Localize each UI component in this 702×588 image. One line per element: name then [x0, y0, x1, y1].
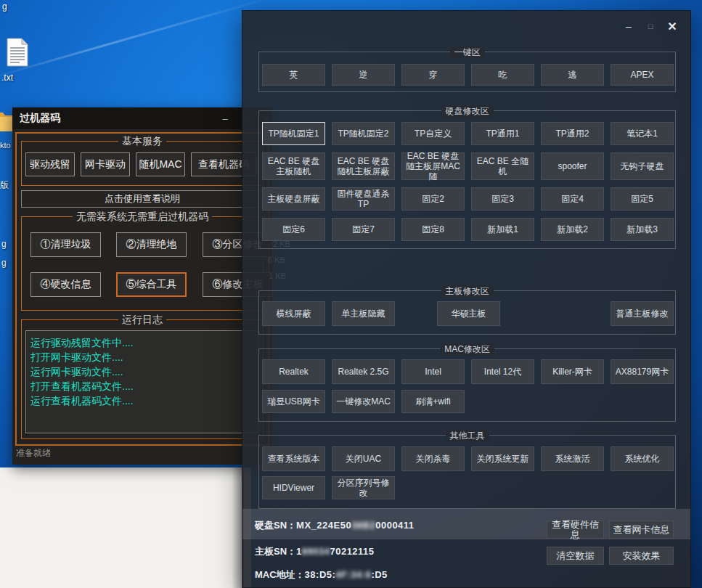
tool-button[interactable]: 固定7	[332, 218, 395, 241]
window-modifier-tool: – □ ✕ 一键区英逆穿吃逃APEX硬盘修改区TP随机固定1TP随机固定2TP自…	[242, 10, 691, 588]
group-title: 运行日志	[118, 314, 166, 327]
window-title: 过机器码	[20, 112, 60, 125]
tool-button[interactable]: 固定2	[401, 187, 465, 211]
maximize-icon[interactable]: □	[642, 18, 658, 34]
tool-button[interactable]: EAC BE 硬盘随机主板屏蔽	[332, 152, 395, 180]
service-button[interactable]: 驱动残留	[25, 152, 75, 176]
numbered-tool-button[interactable]: ①清理垃圾	[30, 232, 101, 257]
board-sn-row: 主板SN：18903470212115	[255, 545, 375, 558]
tool-button[interactable]: 查看系统版本	[262, 446, 325, 471]
desktop: g .txt kto 版 g g 过机器码 – ▫ ×	[0, 0, 702, 588]
desktop-icon-label[interactable]: 版	[0, 179, 9, 192]
info-button[interactable]: 安装效果	[609, 547, 674, 565]
tool-button[interactable]: AX88179网卡	[611, 359, 674, 384]
status-text: 准备就绪	[16, 447, 51, 460]
log-line: 打开网卡驱动文件....	[30, 350, 258, 364]
info-button[interactable]: 查看硬件信息	[547, 520, 604, 539]
tool-button[interactable]: 固定3	[471, 187, 534, 211]
tool-button[interactable]: EAC BE 全随机	[471, 152, 534, 180]
tool-button[interactable]: TP通用2	[541, 122, 604, 145]
tool-button[interactable]: 新加载2	[541, 218, 604, 241]
run-log-listbox[interactable]: 运行驱动残留文件中....打开网卡驱动文件....运行网卡驱动文件....打开查…	[25, 330, 259, 433]
tool-button[interactable]: spoofer	[541, 152, 604, 180]
tool-button[interactable]: 笔记本1	[611, 122, 674, 145]
tool-button[interactable]: 分区序列号修改	[332, 476, 395, 499]
wallpaper-light-streak	[0, 0, 279, 81]
tool-button[interactable]: 穿	[401, 64, 465, 86]
tool-button[interactable]: 瑞昱USB网卡	[262, 390, 325, 413]
board-sn-label: 主板SN：	[255, 546, 296, 557]
info-button[interactable]: 清空数据	[547, 547, 604, 565]
tool-button[interactable]: 系统激活	[541, 446, 604, 471]
tool-button[interactable]: TP通用1	[471, 122, 534, 145]
section-title: 硬盘修改区	[441, 105, 494, 118]
log-line: 打开查看机器码文件....	[30, 379, 258, 393]
text-file-icon[interactable]	[7, 38, 28, 70]
tool-button[interactable]: 单主板隐藏	[332, 301, 395, 326]
section-title: 其他工具	[446, 430, 489, 442]
tool-button[interactable]: Realtek 2.5G	[332, 359, 395, 384]
log-line: 运行网卡驱动文件....	[30, 364, 258, 379]
numbered-tool-button[interactable]: ⑤综合工具	[116, 272, 187, 297]
tool-button[interactable]: 关闭系统更新	[471, 446, 534, 471]
tool-button[interactable]: 吃	[471, 64, 534, 86]
ghost-text: 6 KB	[268, 256, 285, 264]
tool-button[interactable]: 新加载3	[611, 218, 674, 241]
tool-button[interactable]: HIDViewer	[262, 476, 325, 499]
tool-button[interactable]: 一键修改MAC	[332, 390, 395, 413]
tool-button[interactable]: 固件硬盘通杀TP	[332, 187, 395, 211]
tool-button[interactable]: Killer-网卡	[541, 359, 604, 384]
desktop-icon-label[interactable]: .txt	[1, 73, 13, 83]
tool-button[interactable]: Intel	[401, 359, 465, 384]
tool-button[interactable]: TP随机固定2	[332, 122, 395, 145]
tool-button[interactable]: 固定5	[611, 187, 674, 211]
tool-button[interactable]: 新加载1	[471, 218, 534, 241]
tool-button[interactable]: EAC BE 硬盘随主板屏MAC随	[401, 152, 465, 180]
service-button[interactable]: 随机MAC	[136, 152, 185, 176]
info-button[interactable]: 查看网卡信息	[609, 520, 674, 539]
desktop-icon-label[interactable]: g	[1, 258, 7, 268]
tool-button[interactable]: 刷满+wifi	[401, 390, 465, 413]
ghost-text: 2 KB	[273, 240, 290, 248]
section-title: MAC修改区	[440, 343, 494, 356]
mac-label: MAC地址：	[255, 569, 305, 580]
tool-button[interactable]: 关闭杀毒	[401, 446, 465, 471]
tool-button[interactable]: 关闭UAC	[332, 446, 395, 471]
tool-button[interactable]: 固定4	[541, 187, 604, 211]
window-guojiqima: 过机器码 – ▫ × 基本服务 驱动残留网卡驱动随机MAC查看机器码 点击使用查…	[12, 107, 272, 465]
service-button[interactable]: 网卡驱动	[81, 152, 130, 176]
tool-button[interactable]: Realtek	[262, 359, 325, 384]
numbered-tool-button[interactable]: ④硬改信息	[30, 272, 101, 297]
group-title: 基本服务	[118, 135, 166, 148]
desktop-icon-label[interactable]: kto	[0, 141, 11, 150]
tool-button[interactable]: 主板硬盘屏蔽	[262, 187, 325, 211]
log-line: 运行查看机器码文件....	[30, 393, 258, 408]
tool-button[interactable]: TP随机固定1	[262, 122, 325, 145]
numbered-tool-button[interactable]: ②清理绝地	[116, 232, 187, 257]
group-title: 无需装系统无需重启过机器码	[73, 211, 212, 224]
tool-button[interactable]: 横线屏蔽	[262, 301, 325, 326]
tool-button[interactable]: 普通主板修改	[611, 301, 674, 326]
tool-button[interactable]: 华硕主板	[437, 301, 500, 326]
tool-button[interactable]: EAC BE 硬盘主板随机	[262, 152, 325, 180]
tool-button[interactable]: 英	[262, 64, 325, 86]
tool-button[interactable]: Intel 12代	[471, 359, 534, 384]
desktop-icon-label[interactable]: g	[1, 239, 7, 249]
left-titlebar[interactable]: 过机器码	[12, 107, 272, 129]
usage-help-button[interactable]: 点击使用查看说明	[21, 190, 264, 208]
tool-button[interactable]: TP自定义	[401, 122, 465, 145]
tool-button[interactable]: 系统优化	[611, 446, 674, 471]
section-title: 主板修改区	[441, 285, 494, 298]
desktop-icon-label[interactable]: g	[2, 1, 7, 12]
tool-button[interactable]: 逃	[541, 64, 604, 86]
close-icon[interactable]: ✕	[664, 18, 680, 34]
tool-button[interactable]: 固定6	[262, 218, 325, 241]
tool-button[interactable]: 固定8	[401, 218, 465, 241]
background-explorer-panel	[0, 467, 251, 588]
minimize-icon[interactable]: –	[621, 18, 637, 34]
tool-button[interactable]: 无钩子硬盘	[611, 152, 674, 180]
tool-button[interactable]: APEX	[611, 64, 674, 86]
minimize-icon[interactable]: –	[217, 110, 233, 126]
tool-button[interactable]: 逆	[332, 64, 395, 86]
hdd-sn-row: 硬盘SN：MX_224E5038B20000411	[255, 519, 415, 532]
